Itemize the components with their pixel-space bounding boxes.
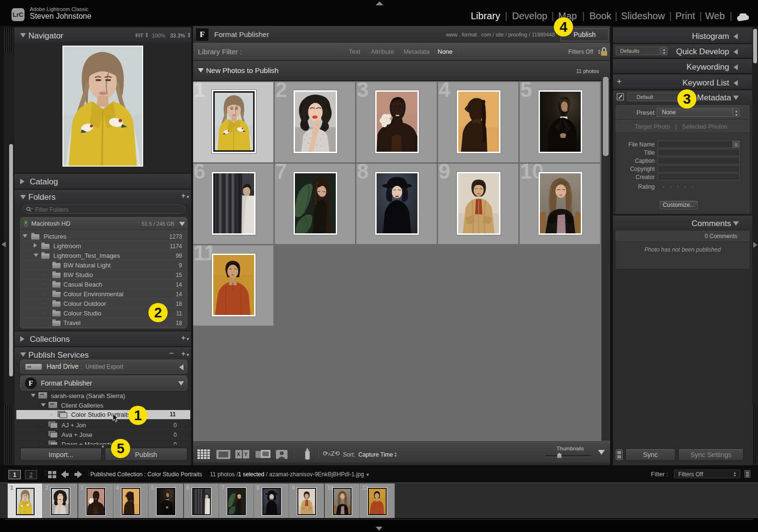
svg-text:Y: Y: [244, 452, 247, 457]
svg-text:X: X: [237, 452, 240, 457]
